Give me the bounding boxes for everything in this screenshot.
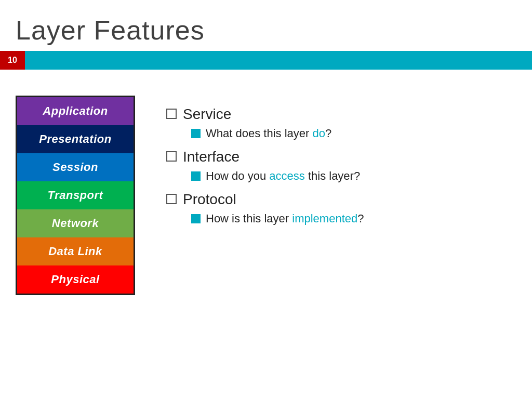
feature-service-main: Service xyxy=(166,106,516,123)
feature-protocol-section: Protocol How is this layer implemented? xyxy=(166,191,516,225)
service-sub-text: What does this layer do? xyxy=(206,127,331,140)
layer-physical: Physical xyxy=(17,265,134,294)
interface-sub-text: How do you access this layer? xyxy=(206,169,360,183)
feature-service-sub: What does this layer do? xyxy=(191,127,516,140)
feature-protocol-main: Protocol xyxy=(166,191,516,208)
slide-header-bar: 10 xyxy=(0,51,532,70)
feature-interface-sub: How do you access this layer? xyxy=(191,169,516,183)
interface-highlight: access xyxy=(269,169,304,182)
protocol-sub-text: How is this layer implemented? xyxy=(206,212,364,225)
protocol-checkbox xyxy=(166,194,177,204)
interface-checkbox xyxy=(166,151,177,162)
service-checkbox xyxy=(166,109,177,119)
layer-transport: Transport xyxy=(17,181,134,209)
layers-stack: Application Presentation Session Transpo… xyxy=(16,96,135,295)
teal-divider-bar xyxy=(25,51,532,70)
page-number-badge: 10 xyxy=(0,51,25,70)
feature-interface-main: Interface xyxy=(166,149,516,165)
feature-service-section: Service What does this layer do? xyxy=(166,106,516,140)
layer-presentation: Presentation xyxy=(17,125,134,153)
protocol-label: Protocol xyxy=(183,191,236,208)
service-label: Service xyxy=(183,106,231,123)
service-highlight: do xyxy=(312,127,325,140)
layer-network: Network xyxy=(17,209,134,237)
protocol-sub-icon xyxy=(191,214,201,223)
layer-session: Session xyxy=(17,153,134,181)
interface-sub-icon xyxy=(191,171,201,181)
features-area: Service What does this layer do? Interfa… xyxy=(166,96,516,295)
interface-label: Interface xyxy=(183,149,240,165)
feature-interface-section: Interface How do you access this layer? xyxy=(166,149,516,183)
page-title: Layer Features xyxy=(0,0,532,51)
layer-application: Application xyxy=(17,97,134,125)
content-area: Application Presentation Session Transpo… xyxy=(0,80,532,305)
service-sub-icon xyxy=(191,129,201,138)
layer-datalink: Data Link xyxy=(17,237,134,265)
feature-protocol-sub: How is this layer implemented? xyxy=(191,212,516,225)
protocol-highlight: implemented xyxy=(292,212,357,225)
